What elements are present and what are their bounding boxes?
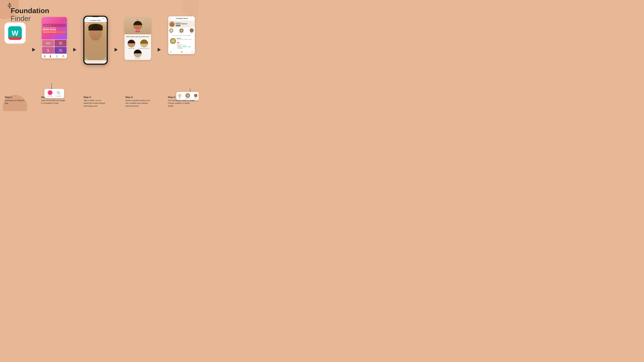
step2-banner: #COLOURME VIRTUAL MAKEOVER MORE MUDE NEW…	[42, 17, 67, 39]
shade-next-icon[interactable]: ›	[187, 30, 187, 32]
phone-time: 11:12	[86, 18, 88, 19]
product-name: ColorStay Cushion Longwear Foundation 00…	[177, 39, 193, 41]
foundation-glass-icon: 🔍	[57, 91, 60, 94]
new-brands-text: NEW BRANDS HOT LOOKS	[43, 31, 66, 33]
popup-foundation-icon: 🔍	[56, 90, 61, 95]
step5-back-icon[interactable]: ←	[170, 17, 172, 20]
korean-hair	[134, 50, 142, 53]
corner-tr	[103, 23, 106, 26]
nav-colourme[interactable]: 💄 #ColourMe	[48, 55, 52, 58]
step4-item: Style Which make-up style do you like mo…	[124, 16, 151, 84]
steps-labels-row: Step 1: Download our Watsons App Step 2:…	[4, 96, 196, 107]
phone-header-title: Foundation Finder	[90, 20, 101, 21]
product-price: HK$64.00	[177, 44, 182, 46]
japanese-face	[128, 39, 135, 47]
european-label: European/American Style	[139, 48, 150, 49]
cart-icon[interactable]: 🛒	[191, 51, 194, 53]
watsons-w-letter: W	[12, 29, 18, 37]
virtual-makeover-text: VIRTUAL MAKEOVER	[43, 27, 66, 28]
tag-moisturize: ✓ Moisturize	[177, 46, 182, 47]
svg-marker-1	[73, 48, 76, 52]
nav-home-label: Home	[44, 57, 46, 58]
compact-inner	[171, 39, 175, 43]
match-face-avatar	[169, 21, 175, 27]
step5-text: Your foundation match is ready! Choose a…	[168, 99, 195, 107]
step4-label: Step 4: Answer questions about your skin…	[125, 96, 152, 107]
step1-text: Download our Watsons App	[5, 99, 25, 105]
popup-line-connector	[190, 88, 190, 92]
heart-icon[interactable]: 🤍	[170, 51, 172, 53]
shade-lighter-label: Lighter	[170, 32, 172, 33]
korean-face	[134, 50, 142, 57]
phone-notch	[92, 16, 100, 17]
shade-row: Lighter ‹ Best For You › Darker	[169, 28, 194, 33]
shade-lighter-option[interactable]: Lighter	[169, 28, 173, 33]
product-info: REVLON ColorStay Cushion Longwear Founda…	[177, 38, 193, 49]
step4-heading: Step 4:	[126, 96, 151, 99]
title-bold: Foundation	[11, 7, 49, 14]
product-card[interactable]: REVLON ColorStay Cushion Longwear Founda…	[169, 37, 194, 50]
product-tags: ✓ Moisturize ✓ Refine Skin ✓ Natural ✓ S…	[177, 46, 193, 49]
shade-lighter-circle	[169, 28, 173, 32]
product-brand: REVLON	[177, 38, 193, 39]
thumbsdown-icon[interactable]: 👎	[180, 51, 183, 53]
tag-refine: ✓ Refine Skin	[182, 46, 187, 47]
phone-status-bar: 11:12 📶 🔋	[84, 17, 107, 19]
home-icon: 🏠	[44, 55, 46, 57]
found-text: We found your	[176, 22, 182, 23]
style-korean[interactable]: Korean Style	[134, 50, 142, 59]
arrow-1	[31, 47, 36, 52]
dot-5	[142, 19, 144, 20]
nav-colourme-label: #ColourMe	[48, 57, 52, 58]
shade-darker-circle	[190, 28, 194, 32]
step5-title: Foundation Result	[176, 18, 188, 19]
start-over-button[interactable]: Start Over	[176, 25, 181, 26]
step5-item: ← Foundation Result ⋮ We found your PERF…	[167, 16, 196, 84]
nav-foundation-label: Foundation	[55, 57, 59, 58]
popup-colourme-icon: 💋	[48, 90, 52, 95]
nav-foundation[interactable]: 🧴 Foundation	[55, 55, 59, 58]
step5-heading: Step 5:	[168, 96, 195, 99]
shade-darker-label: Darker	[190, 32, 193, 33]
back-arrow-icon[interactable]: ←	[87, 20, 88, 21]
step3-item: 11:12 📶 🔋 ← Foundation Finder	[83, 16, 108, 84]
colourme-icon: 💄	[49, 55, 52, 57]
nav-home: 🏠 Home	[44, 55, 46, 58]
popup-colourme[interactable]: 💋 #ColourMe	[47, 90, 53, 97]
korean-label: Korean Style	[135, 58, 140, 59]
more-mude-text: MORE MUDE	[43, 28, 66, 31]
step4-question-area: Which make-up style do you like most?	[124, 34, 151, 38]
product-image	[170, 38, 176, 44]
face-circle	[133, 21, 142, 30]
step4-screen: Style Which make-up style do you like mo…	[124, 18, 151, 60]
shade-prev-icon[interactable]: ‹	[176, 30, 176, 32]
step3-label: Step 3: Take a selfie. Let our Advanced …	[83, 96, 110, 107]
progress-dots	[131, 19, 144, 20]
step2-item: #COLOURME VIRTUAL MAKEOVER MORE MUDE NEW…	[42, 16, 67, 84]
nav-hotlooks: 🔥 Hot Looks	[62, 55, 65, 58]
step1-app-icon: W	[4, 22, 26, 44]
corner-tl	[86, 23, 88, 26]
hashtag-colourme: #COLOURME	[43, 25, 51, 26]
corner-bl	[86, 57, 88, 59]
shade-darker-option[interactable]: Darker	[190, 28, 194, 33]
product-shade-badge: 004	[177, 42, 180, 43]
popup-foundation[interactable]: 🔍 Foundation	[55, 90, 61, 97]
dot-4	[139, 19, 142, 20]
style-european[interactable]: European/American Style	[138, 39, 150, 49]
dot-2	[134, 19, 136, 20]
face-hair	[133, 21, 142, 25]
svg-marker-3	[158, 48, 161, 52]
watsons-logo: W	[8, 26, 22, 40]
bg-decoration-topright	[182, 0, 198, 18]
step2-text: Open #ColourMe and toggle to Foundation …	[41, 99, 67, 105]
style-japanese[interactable]: Japanese Style	[126, 39, 138, 49]
step3-text: Take a selfie. Let our Advanced Facial A…	[84, 99, 109, 107]
product-actions: 🤍 👎 🛒	[168, 50, 195, 54]
european-hair	[140, 39, 148, 44]
svg-marker-0	[32, 48, 36, 52]
lips-icon: 💋	[49, 91, 52, 94]
step3-heading: Step 3:	[84, 96, 109, 99]
arrow-4	[156, 47, 162, 52]
grid-item-1: TRY ONMAKEUP	[42, 40, 54, 47]
